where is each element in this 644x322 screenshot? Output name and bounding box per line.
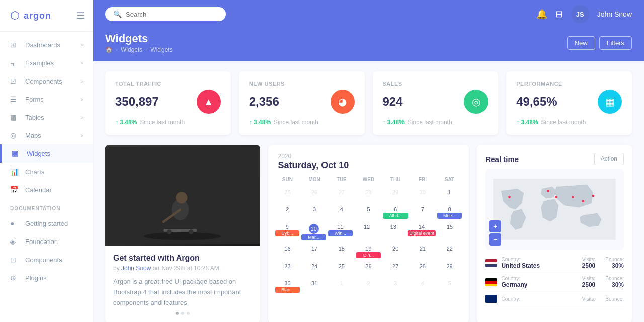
zoom-out-button[interactable]: − bbox=[489, 233, 501, 246]
cal-cell[interactable]: 20 bbox=[382, 244, 409, 260]
stat-col-bounce-de: Bounce: 30% bbox=[605, 276, 624, 288]
logo-area: ⬡ argon bbox=[0, 0, 61, 31]
cal-cell[interactable]: 27 bbox=[382, 261, 409, 277]
new-button[interactable]: New bbox=[567, 36, 595, 50]
cal-cell[interactable]: 18 bbox=[328, 244, 355, 260]
notification-icon[interactable]: 🔔 bbox=[536, 9, 547, 20]
svg-point-10 bbox=[547, 190, 550, 192]
visits-label-gb: Visits: bbox=[582, 296, 596, 302]
cal-cell[interactable]: 5 bbox=[355, 204, 382, 221]
page-title-area: Widgets 🏠 - Widgets - Widgets bbox=[105, 32, 173, 53]
cal-event: Mee... bbox=[437, 213, 462, 219]
cal-cell[interactable]: 25 bbox=[328, 261, 355, 277]
dot-1 bbox=[176, 312, 179, 315]
cal-cell[interactable]: 29 bbox=[436, 261, 463, 277]
cal-cell[interactable]: 28 bbox=[355, 187, 382, 203]
stats-row: TOTAL TRAFFIC 350,897 ▲ ↑ 3.48% Since la… bbox=[105, 71, 632, 135]
sidebar-item-label: Charts bbox=[25, 168, 44, 176]
cal-cell-6[interactable]: 6All d... bbox=[382, 204, 409, 221]
widgets-icon: ▣ bbox=[12, 149, 22, 157]
cal-cell-11[interactable]: 11Win... bbox=[327, 222, 354, 243]
breadcrumb-sep: - bbox=[116, 46, 118, 53]
country-info-de: Country: Germany bbox=[501, 276, 578, 288]
cal-cell[interactable]: 31 bbox=[301, 278, 328, 295]
cal-cell-8[interactable]: 8Mee... bbox=[436, 204, 463, 221]
cal-cell[interactable]: 2 bbox=[355, 278, 382, 295]
search-input[interactable] bbox=[126, 11, 218, 18]
topbar: 🔍 🔔 ⊟ JS John Snow bbox=[93, 0, 644, 28]
cal-week-2: 2 3 4 5 6All d... 7 8Mee... bbox=[274, 204, 463, 221]
cal-cell[interactable]: 12 bbox=[354, 222, 380, 243]
cal-cell[interactable]: 16 bbox=[274, 244, 301, 260]
cal-cell[interactable]: 30 bbox=[409, 187, 436, 203]
sidebar-item-label: Dashboards bbox=[25, 41, 60, 49]
charts-icon: 📊 bbox=[10, 168, 20, 176]
calendar-date: Saturday, Oct 10 bbox=[278, 160, 459, 171]
sidebar-item-plugins[interactable]: ⊕ Plugins bbox=[0, 269, 93, 287]
cal-cell[interactable]: 1 bbox=[436, 187, 463, 203]
cal-cell-9[interactable]: 9Cyb... bbox=[274, 222, 301, 243]
cal-cell[interactable]: 2 bbox=[274, 204, 301, 221]
sidebar-item-forms[interactable]: ☰ Forms › bbox=[0, 90, 93, 108]
calendar-card: 2020 Saturday, Oct 10 SUN MON TUE WED TH… bbox=[268, 145, 469, 322]
cal-week-4: 16 17 18 19Din... 20 21 22 bbox=[274, 244, 463, 260]
sidebar-item-label: Tables bbox=[25, 114, 44, 121]
sidebar-item-calendar[interactable]: 📅 Calendar bbox=[0, 181, 93, 199]
cal-cell[interactable]: 5 bbox=[436, 278, 463, 295]
action-button[interactable]: Action bbox=[594, 153, 624, 165]
search-box[interactable]: 🔍 bbox=[105, 7, 226, 21]
blog-author-link[interactable]: John Snow bbox=[121, 265, 151, 272]
sidebar-item-getting-started[interactable]: ● Getting started bbox=[0, 214, 93, 232]
country-list: Country: United States Visits: 2500 Boun… bbox=[477, 250, 632, 310]
cal-cell[interactable]: 26 bbox=[301, 187, 328, 203]
cal-cell[interactable]: 22 bbox=[436, 244, 463, 260]
breadcrumb-home-icon[interactable]: 🏠 bbox=[105, 46, 113, 53]
cal-cell[interactable]: 7 bbox=[409, 204, 436, 221]
sidebar-item-widgets[interactable]: ▣ Widgets bbox=[0, 144, 93, 163]
cal-cell[interactable]: 4 bbox=[328, 204, 355, 221]
cal-cell[interactable]: 21 bbox=[409, 244, 436, 260]
sidebar-item-label: Components bbox=[25, 77, 62, 85]
sidebar-item-components-doc[interactable]: ⊡ Components bbox=[0, 251, 93, 269]
stat-change-sales: ↑ 3.48% bbox=[383, 119, 405, 126]
cal-cell-19[interactable]: 19Din... bbox=[355, 244, 382, 260]
sidebar-item-components[interactable]: ⊡ Components › bbox=[0, 72, 93, 90]
cal-cell[interactable]: 29 bbox=[382, 187, 409, 203]
cal-cell[interactable]: 23 bbox=[274, 261, 301, 277]
cal-day-sun: SUN bbox=[274, 175, 301, 184]
sidebar-item-charts[interactable]: 📊 Charts bbox=[0, 163, 93, 181]
stat-footer-sales: ↑ 3.48% Since last month bbox=[383, 119, 489, 126]
user-name: John Snow bbox=[597, 10, 632, 18]
monitor-icon[interactable]: ⊟ bbox=[555, 9, 563, 20]
sidebar-item-maps[interactable]: ◎ Maps › bbox=[0, 126, 93, 144]
lower-grid: Get started with Argon by John Snow on N… bbox=[105, 145, 632, 322]
sidebar-item-dashboards[interactable]: ⊞ Dashboards › bbox=[0, 36, 93, 54]
filters-button[interactable]: Filters bbox=[599, 36, 632, 50]
cal-cell[interactable]: 25 bbox=[274, 187, 301, 203]
map-zoom-controls: + − bbox=[489, 220, 501, 246]
cal-cell[interactable]: 3 bbox=[301, 204, 328, 221]
cal-cell[interactable]: 4 bbox=[409, 278, 436, 295]
sidebar-item-tables[interactable]: ▦ Tables › bbox=[0, 108, 93, 126]
cal-cell[interactable]: 28 bbox=[409, 261, 436, 277]
sidebar-item-foundation[interactable]: ◈ Foundation bbox=[0, 232, 93, 251]
realtime-header: Real time Action bbox=[477, 145, 632, 169]
hamburger-button[interactable]: ☰ bbox=[76, 10, 93, 21]
cal-cell[interactable]: 3 bbox=[382, 278, 409, 295]
flag-de bbox=[485, 278, 497, 286]
cal-cell[interactable]: 24 bbox=[301, 261, 328, 277]
components-icon: ⊡ bbox=[10, 77, 20, 85]
stat-value-sales: 924 bbox=[383, 95, 403, 109]
cal-cell[interactable]: 13 bbox=[380, 222, 407, 243]
cal-cell[interactable]: 1 bbox=[328, 278, 355, 295]
cal-cell[interactable]: 26 bbox=[355, 261, 382, 277]
sidebar-item-examples[interactable]: ◱ Examples › bbox=[0, 54, 93, 72]
cal-cell-14[interactable]: 14Digital event bbox=[407, 222, 437, 243]
cal-cell[interactable]: 17 bbox=[301, 244, 328, 260]
cal-cell-10-today[interactable]: 10Mar... bbox=[300, 222, 327, 243]
cal-cell[interactable]: 15 bbox=[437, 222, 463, 243]
cal-cell-30[interactable]: 30Blac... bbox=[274, 278, 301, 295]
svg-point-11 bbox=[555, 196, 558, 198]
cal-cell[interactable]: 27 bbox=[328, 187, 355, 203]
zoom-in-button[interactable]: + bbox=[489, 220, 501, 232]
